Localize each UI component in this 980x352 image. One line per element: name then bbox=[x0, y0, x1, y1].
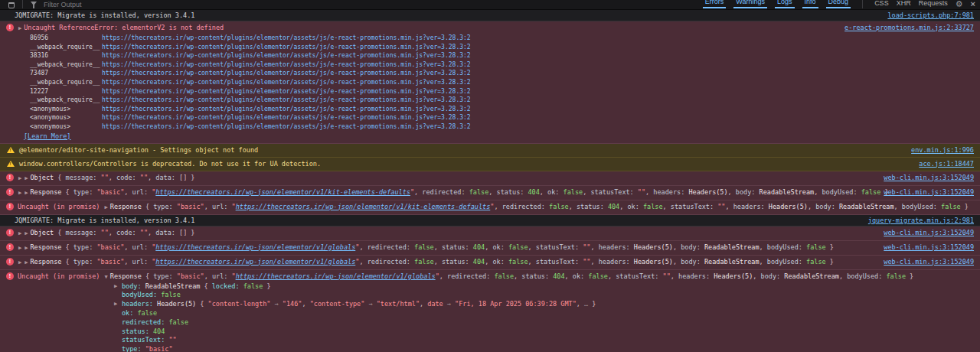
stack-frame-url[interactable]: https://thecreators.ir/wp-content/plugin… bbox=[102, 113, 471, 122]
source-location-link[interactable]: web-cli.min.js:3:152049 bbox=[874, 243, 974, 253]
message-segment: , bbox=[109, 174, 116, 181]
stack-trace: 86956https://thecreators.ir/wp-content/p… bbox=[18, 34, 835, 132]
source-location-link[interactable]: web-cli.min.js:3:152049 bbox=[874, 173, 974, 183]
message-segment: false bbox=[643, 203, 663, 210]
source-location-link[interactable]: web-cli.min.js:3:152049 bbox=[874, 228, 974, 238]
message-segment: Headers(5) bbox=[157, 300, 196, 308]
filter-css-button[interactable]: CSS bbox=[874, 0, 889, 8]
stack-frame: 12227https://thecreators.ir/wp-content/p… bbox=[18, 87, 835, 96]
message-segment: status: bbox=[442, 243, 473, 251]
stack-frame-url[interactable]: https://thecreators.ir/wp-content/plugin… bbox=[102, 60, 471, 70]
console-message: ▶Uncaught ReferenceError: elementorV2 is… bbox=[18, 23, 835, 34]
url-link[interactable]: https://thecreators.ir/wp-json/elementor… bbox=[236, 203, 491, 210]
disclosure-triangle[interactable]: ▶ bbox=[18, 175, 24, 181]
clear-console-icon[interactable] bbox=[8, 2, 15, 8]
message-segment: } bbox=[961, 203, 969, 210]
message-segment: Uncaught (in promise) bbox=[18, 272, 104, 280]
url-link[interactable]: https://thecreators.ir/wp-json/elementor… bbox=[155, 243, 355, 251]
disclosure-triangle[interactable]: ▶ bbox=[18, 259, 24, 266]
message-segment: "" bbox=[140, 174, 148, 181]
filter-debug-button[interactable]: Debug bbox=[826, 0, 851, 8]
message-segment: Headers(5) bbox=[688, 188, 727, 196]
message-segment: } bbox=[826, 243, 834, 251]
object-tree-row: ▶body: ReadableStream { locked: false } bbox=[18, 282, 974, 292]
disclosure-triangle[interactable]: ▶ bbox=[114, 300, 122, 309]
stack-frame-url[interactable]: https://thecreators.ir/wp-content/plugin… bbox=[102, 78, 471, 87]
message-segment: "" bbox=[101, 174, 109, 181]
stack-frame-url[interactable]: https://thecreators.ir/wp-content/plugin… bbox=[102, 43, 471, 52]
source-location-link[interactable]: ace.js:1:18447 bbox=[910, 159, 974, 169]
disclosure-triangle[interactable]: ▶ bbox=[18, 245, 24, 251]
stack-frame-url[interactable]: https://thecreators.ir/wp-content/plugin… bbox=[102, 51, 471, 60]
source-location-link[interactable]: env.min.js:1:996 bbox=[902, 145, 974, 155]
message-segment: , bbox=[124, 258, 132, 266]
stack-frame-url[interactable]: https://thecreators.ir/wp-content/plugin… bbox=[102, 34, 471, 43]
disclosure-triangle[interactable]: ▶ bbox=[18, 230, 24, 236]
source-location-link[interactable]: jquery-migrate.min.js:2:981 bbox=[859, 217, 974, 224]
stack-frame-function: <anonymous> bbox=[18, 113, 102, 122]
tree-indent bbox=[114, 328, 122, 337]
message-segment: false bbox=[508, 243, 528, 251]
message-segment: , bbox=[204, 203, 212, 210]
learn-more-link[interactable]: [Learn More] bbox=[18, 132, 835, 142]
message-segment: "" bbox=[583, 243, 590, 251]
message-segment: , bbox=[434, 258, 442, 266]
stack-frame-function: 38316 bbox=[18, 51, 102, 60]
message-segment: [] } bbox=[179, 229, 194, 236]
source-location-link[interactable]: e-react-promotions.min.js:2:33727 bbox=[835, 23, 974, 33]
disclosure-triangle[interactable]: ▶ bbox=[18, 25, 24, 31]
message-segment: ReadableStream bbox=[704, 258, 760, 266]
filter-info-button[interactable]: Info bbox=[802, 0, 818, 8]
stack-frame-url[interactable]: https://thecreators.ir/wp-content/plugin… bbox=[102, 69, 471, 78]
message-segment: 404 bbox=[473, 258, 485, 266]
source-location-link[interactable]: load-scripts.php:7:981 bbox=[878, 11, 974, 19]
message-segment: false bbox=[941, 203, 961, 210]
message-segment: @elementor/editor-site-navigation - Sett… bbox=[19, 146, 258, 154]
message-segment: "content-length" bbox=[208, 300, 271, 308]
filter-warnings-button[interactable]: Warnings bbox=[733, 0, 767, 8]
message-segment: redirected: bbox=[447, 272, 494, 280]
message-segment: "basic" bbox=[145, 345, 173, 352]
tree-row-content: body: ReadableStream { locked: false } bbox=[122, 282, 271, 292]
stack-frame-url[interactable]: https://thecreators.ir/wp-content/plugin… bbox=[102, 96, 471, 105]
disclosure-triangle[interactable]: ▶ bbox=[114, 282, 122, 292]
filter-logs-button[interactable]: Logs bbox=[775, 0, 795, 8]
message-segment: "" bbox=[717, 203, 725, 210]
stack-frame-url[interactable]: https://thecreators.ir/wp-content/plugin… bbox=[102, 105, 471, 114]
filter-xhr-button[interactable]: XHR bbox=[897, 0, 911, 8]
filter-input[interactable]: Filter Output bbox=[44, 1, 82, 8]
message-segment: { bbox=[54, 229, 65, 236]
source-location-link[interactable]: web-cli.min.js:3:152049 bbox=[874, 187, 974, 197]
close-icon[interactable]: × bbox=[971, 0, 975, 8]
message-segment: code: bbox=[116, 229, 140, 236]
stack-frame: 86956https://thecreators.ir/wp-content/p… bbox=[18, 34, 835, 43]
message-segment: body: bbox=[681, 258, 704, 266]
disclosure-triangle[interactable]: ▼ bbox=[104, 274, 110, 280]
message-segment: "" bbox=[168, 336, 176, 344]
message-segment: false bbox=[564, 188, 583, 196]
stack-frame-url[interactable]: https://thecreators.ir/wp-content/plugin… bbox=[102, 87, 471, 96]
url-link[interactable]: https://thecreators.ir/wp-json/elementor… bbox=[155, 258, 355, 266]
message-segment: "" bbox=[101, 229, 109, 236]
message-segment: , bbox=[839, 272, 847, 280]
stack-frame-url[interactable]: https://thecreators.ir/wp-content/plugin… bbox=[102, 122, 471, 132]
disclosure-triangle[interactable]: ▶ bbox=[18, 190, 24, 196]
disclosure-triangle[interactable]: ▶ bbox=[104, 204, 110, 210]
stack-frame: <anonymous>https://thecreators.ir/wp-con… bbox=[18, 105, 835, 114]
message-segment: "" bbox=[638, 188, 645, 196]
error-icon: ! bbox=[6, 203, 14, 210]
message-segment: { bbox=[61, 258, 73, 266]
filter-requests-button[interactable]: Requests bbox=[919, 0, 948, 8]
source-location-link[interactable]: web-cli.min.js:3:152049 bbox=[874, 257, 974, 267]
message-segment: Headers(5) bbox=[634, 243, 673, 251]
filter-errors-button[interactable]: Errors bbox=[703, 0, 727, 8]
console-message: ▶▶Object { message: "", code: "", data: … bbox=[18, 228, 874, 239]
message-segment: , bbox=[619, 203, 627, 210]
url-link[interactable]: https://thecreators.ir/wp-json/elementor… bbox=[236, 272, 436, 280]
message-segment: "content-type" bbox=[310, 300, 365, 308]
message-segment: , bbox=[420, 300, 427, 308]
gear-icon[interactable]: ⚙ bbox=[956, 0, 963, 8]
url-link[interactable]: https://thecreators.ir/wp-json/elementor… bbox=[155, 188, 410, 196]
message-segment: redirected: bbox=[122, 318, 168, 326]
message-segment: body: bbox=[815, 203, 839, 210]
